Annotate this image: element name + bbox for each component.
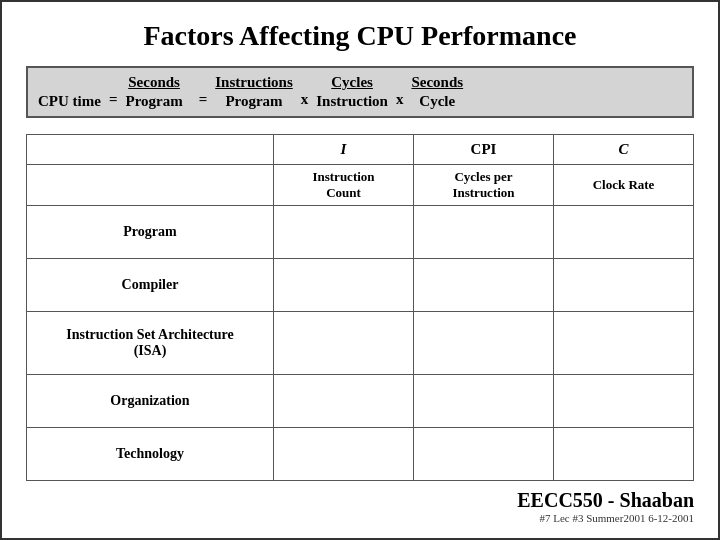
data-cell-1-2 <box>554 258 694 311</box>
row-label-3: Organization <box>27 375 274 428</box>
cycle-denominator: Cycle <box>419 92 455 110</box>
sub-header-instruction-count: InstructionCount <box>274 165 414 206</box>
data-cell-2-2 <box>554 311 694 375</box>
data-cell-4-2 <box>554 428 694 481</box>
seconds2-numerator: Seconds <box>411 74 463 92</box>
row-label-1: Compiler <box>27 258 274 311</box>
data-cell-3-2 <box>554 375 694 428</box>
data-cell-3-1 <box>414 375 554 428</box>
sub-row-empty <box>27 165 274 206</box>
footer-brand: EECC550 - Shaaban <box>517 489 694 512</box>
sub-header-cycles-per-instruction: Cycles perInstruction <box>414 165 554 206</box>
data-cell-2-1 <box>414 311 554 375</box>
main-table: I CPI C InstructionCount Cycles perInstr… <box>26 134 694 481</box>
cpu-time-cell: CPU time <box>38 93 101 110</box>
x2: x <box>396 91 404 110</box>
data-cell-1-0 <box>274 258 414 311</box>
data-cell-3-0 <box>274 375 414 428</box>
table-row: Program <box>27 206 694 259</box>
row-label-2: Instruction Set Architecture(ISA) <box>27 311 274 375</box>
table-row: Technology <box>27 428 694 481</box>
instruction-denominator: Instruction <box>316 92 388 110</box>
cpu-time-label: CPU time <box>38 93 101 110</box>
x1: x <box>301 91 309 110</box>
slide-title: Factors Affecting CPU Performance <box>26 20 694 52</box>
seconds-numerator: Seconds <box>128 74 180 92</box>
header-row: I CPI C <box>27 135 694 165</box>
sub-header-row: InstructionCount Cycles perInstruction C… <box>27 165 694 206</box>
data-cell-0-2 <box>554 206 694 259</box>
header-CPI: CPI <box>414 135 554 165</box>
data-cell-0-1 <box>414 206 554 259</box>
cycles-numerator: Cycles <box>331 74 373 92</box>
row-label-header <box>27 135 274 165</box>
instructions-numerator: Instructions <box>215 74 293 92</box>
program-denominator2: Program <box>225 92 282 110</box>
row-label-4: Technology <box>27 428 274 481</box>
header-C: C <box>554 135 694 165</box>
row-label-0: Program <box>27 206 274 259</box>
data-cell-0-0 <box>274 206 414 259</box>
footer: EECC550 - Shaaban #7 Lec #3 Summer2001 6… <box>26 489 694 524</box>
equals1: = <box>109 91 118 110</box>
formula-row: CPU time = Seconds Program = Instruction… <box>26 66 694 118</box>
cycles-fraction: Cycles Instruction <box>316 74 388 110</box>
program-denominator: Program <box>125 92 182 110</box>
data-cell-4-0 <box>274 428 414 481</box>
data-cell-4-1 <box>414 428 554 481</box>
table-row: Instruction Set Architecture(ISA) <box>27 311 694 375</box>
equals2: = <box>199 91 208 110</box>
footer-info: #7 Lec #3 Summer2001 6-12-2001 <box>517 512 694 524</box>
seconds-cycle-fraction: Seconds Cycle <box>411 74 463 110</box>
instructions-fraction: Instructions Program <box>215 74 293 110</box>
table-row: Organization <box>27 375 694 428</box>
data-cell-1-1 <box>414 258 554 311</box>
table-row: Compiler <box>27 258 694 311</box>
slide: Factors Affecting CPU Performance CPU ti… <box>0 0 720 540</box>
header-I: I <box>274 135 414 165</box>
seconds-fraction: Seconds Program <box>125 74 182 110</box>
sub-header-clock-rate: Clock Rate <box>554 165 694 206</box>
data-cell-2-0 <box>274 311 414 375</box>
